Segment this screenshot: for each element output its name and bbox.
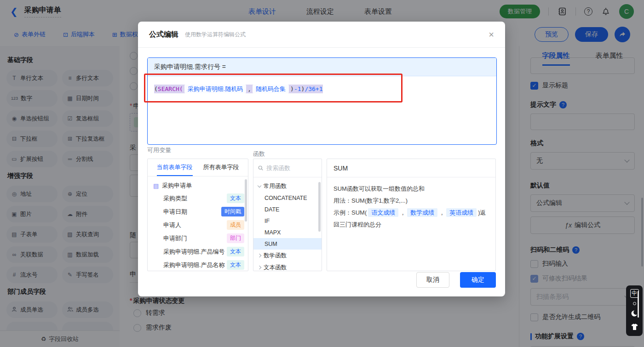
functions-label: 函数: [253, 150, 265, 158]
search-icon: [258, 165, 263, 171]
formula-token: ): [290, 85, 294, 92]
doc-usage: 用法：SUM(数字1,数字2,...): [334, 195, 489, 207]
variable-row[interactable]: 采购申请明细.产品名称文本: [148, 258, 248, 272]
function-item[interactable]: MAPX: [253, 227, 322, 238]
formula-target-expression: 采购申请明细.需求行号 =: [148, 58, 496, 76]
scrollbar-thumb[interactable]: [318, 182, 321, 232]
floating-helper-widget: 中: [626, 285, 643, 336]
chevron-right-icon: [258, 254, 261, 257]
function-search[interactable]: [253, 159, 322, 177]
variable-row[interactable]: 采购类型文本: [148, 192, 248, 205]
confirm-button[interactable]: 确定: [460, 272, 496, 288]
function-item-selected[interactable]: SUM: [253, 238, 322, 250]
variable-row[interactable]: 申请部门部门: [148, 232, 248, 245]
doc-example: 示例：SUM(语文成绩，数学成绩，英语成绩)返回三门课程的总分: [334, 207, 489, 231]
type-badge: 部门: [227, 233, 244, 243]
tab-current-form-fields[interactable]: 当前表单字段: [157, 159, 193, 176]
formula-token: ,: [247, 85, 251, 92]
function-group-text[interactable]: 文本函数: [253, 262, 322, 273]
type-badge: 时间戳: [221, 207, 244, 216]
formula-input-area[interactable]: (SEARCH(采购申请明细.随机码,随机码合集)-1)/36+1: [148, 76, 496, 102]
doc-function-name: SUM: [327, 159, 495, 177]
type-badge: 文本: [227, 260, 244, 270]
formula-number-token: /36+1: [305, 85, 322, 92]
modal-title: 公式编辑: [149, 30, 178, 40]
functions-panel: 常用函数 CONCATENATE DATE IF MAPX SUM 数学函数 文…: [253, 159, 322, 271]
function-item[interactable]: IF: [253, 215, 322, 227]
contrast-toggle-icon[interactable]: [633, 302, 636, 305]
chevron-down-icon: [258, 183, 261, 187]
scrollbar-thumb[interactable]: [638, 291, 639, 318]
variable-row[interactable]: 申请日期时间戳: [148, 205, 248, 218]
scrollbar-thumb[interactable]: [245, 179, 247, 222]
formula-function-token: SEARCH(: [158, 85, 183, 92]
form-tree-root[interactable]: ▤ 采购申请单: [148, 180, 248, 192]
variable-row[interactable]: 采购申请明细.产品编号文本: [148, 245, 248, 258]
example-chip: 英语成绩: [446, 208, 477, 217]
function-group-common[interactable]: 常用函数: [253, 180, 322, 192]
formula-number-token: -1: [294, 85, 301, 92]
theme-shirt-icon[interactable]: [631, 324, 638, 332]
type-badge: 成员: [227, 220, 244, 230]
example-chip: 语文成绩: [368, 208, 398, 217]
chevron-right-icon: [258, 266, 261, 269]
example-chip: 数学成绩: [407, 208, 437, 217]
tab-all-form-fields[interactable]: 所有表单字段: [203, 159, 239, 176]
type-badge: 文本: [227, 193, 244, 203]
function-doc-panel: SUM SUM函数可以获取一组数值的总和 用法：SUM(数字1,数字2,...)…: [327, 159, 496, 271]
function-item[interactable]: CONCATENATE: [253, 192, 322, 204]
variable-row[interactable]: 申请人成员: [148, 218, 248, 232]
formula-editor-box[interactable]: 采购申请明细.需求行号 = (SEARCH(采购申请明细.随机码,随机码合集)-…: [147, 57, 497, 145]
function-group-math[interactable]: 数学函数: [253, 250, 322, 262]
formula-editor-modal: 公式编辑 使用数学运算符编辑公式 × 采购申请明细.需求行号 = (SEARCH…: [138, 22, 505, 296]
function-item[interactable]: DATE: [253, 204, 322, 215]
formula-variable-chip[interactable]: 随机码合集: [253, 85, 289, 93]
doc-description: SUM函数可以获取一组数值的总和: [334, 183, 489, 195]
modal-subtitle: 使用数学运算符编辑公式: [185, 31, 246, 39]
close-icon[interactable]: ×: [489, 30, 494, 39]
cancel-button[interactable]: 取消: [416, 272, 449, 288]
form-doc-icon: ▤: [153, 182, 159, 189]
function-search-input[interactable]: [266, 165, 317, 171]
variables-label: 可用变量: [147, 146, 171, 154]
formula-token: (: [154, 85, 158, 92]
type-badge: 文本: [227, 247, 244, 256]
formula-variable-chip[interactable]: 采购申请明细.随机码: [184, 85, 247, 93]
variables-panel: 当前表单字段 所有表单字段 ▤ 采购申请单 采购类型文本 申请日期时间戳 申请人…: [147, 159, 248, 271]
